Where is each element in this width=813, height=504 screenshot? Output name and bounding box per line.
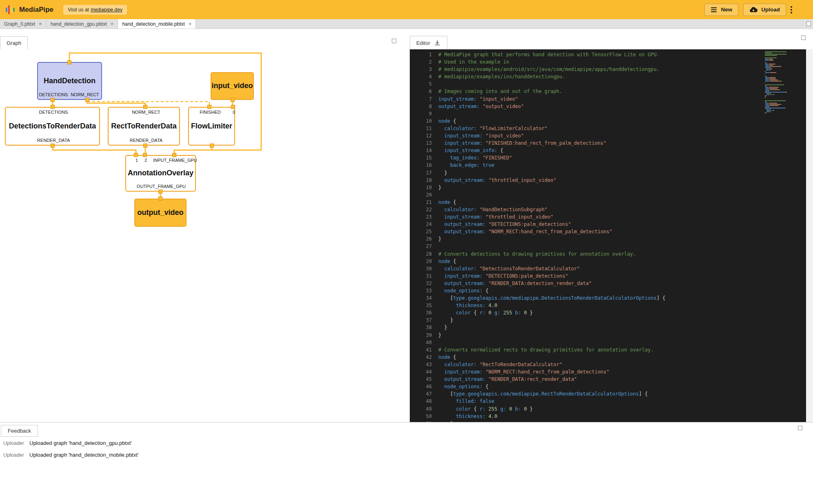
code-line[interactable]: 47 [type.googleapis.com/mediapipe.RectTo… [410, 390, 806, 398]
feedback-panel-tab[interactable]: Feedback [1, 425, 38, 437]
code-line[interactable]: 9 [410, 110, 806, 117]
editor-scrollbar-track[interactable] [806, 49, 813, 422]
file-tab[interactable]: hand_detection_mobile.pbtxt× [118, 19, 196, 29]
code-line[interactable]: 36 color { r: 0 g: 255 b: 0 } [410, 309, 806, 316]
graph-node-output-video[interactable]: output_video [134, 199, 187, 227]
code-line[interactable]: 21node { [410, 199, 806, 206]
code-line[interactable]: 44 input_stream: "NORM_RECT:hand_rect_fr… [410, 368, 806, 376]
code-line[interactable]: 43 calculator: "RectToRenderDataCalculat… [410, 361, 806, 368]
code-line[interactable]: 2# Used in the example in [410, 58, 806, 66]
code-line[interactable]: 48 filled: false [410, 398, 806, 405]
minimap-line [765, 104, 790, 105]
code-line[interactable]: 41# Converts normalized rects to drawing… [410, 346, 806, 354]
graph-canvas[interactable]: HandDetection DETECTIONS NORM_RECT input… [0, 49, 410, 422]
popout-editor-icon[interactable] [801, 35, 806, 40]
code-line[interactable]: 17 } [410, 169, 806, 177]
code-line[interactable]: 5 [410, 80, 806, 88]
code-line[interactable]: 33 node_options: { [410, 287, 806, 294]
code-line[interactable]: 24 output_stream: "DETECTIONS:palm_detec… [410, 221, 806, 228]
graph-panel-tab[interactable]: Graph [0, 36, 28, 49]
code-line[interactable]: 49 color { r: 255 g: 0 b: 0 } [410, 405, 806, 413]
code-text: filled: false [438, 398, 494, 404]
code-line[interactable]: 31 input_stream: "DETECTIONS:palm_detect… [410, 272, 806, 280]
graph-node-detections-to-render-data[interactable]: DETECTIONS DetectionsToRenderData RENDER… [5, 107, 100, 146]
code-line[interactable]: 23 input_stream: "throttled_input_video" [410, 213, 806, 221]
code-text: # Used in the example in [438, 59, 509, 65]
code-line[interactable]: 18 output_stream: "throttled_input_video… [410, 177, 806, 184]
code-editor[interactable]: 1# MediaPipe graph that performs hand de… [410, 49, 806, 422]
file-tab[interactable]: hand_detection_gpu.pbtxt× [47, 19, 118, 29]
more-options-button[interactable] [789, 4, 793, 15]
graph-node-input-video[interactable]: input_video [211, 72, 254, 100]
minimap-line [765, 92, 790, 93]
graph-node-hand-detection[interactable]: HandDetection DETECTIONS NORM_RECT [37, 62, 102, 100]
feedback-entries: UploaderUploaded graph 'hand_detection_g… [0, 437, 813, 461]
tab-close-icon[interactable]: × [189, 21, 192, 27]
code-line[interactable]: 13 input_stream: "FINISHED:hand_rect_fro… [410, 139, 806, 147]
file-tab-bar: Graph_0.pbtxt×hand_detection_gpu.pbtxt×h… [0, 19, 813, 29]
code-line[interactable]: 19} [410, 184, 806, 191]
minimap-line [765, 76, 790, 77]
line-number: 9 [410, 110, 438, 117]
graph-node-annotation-overlay[interactable]: 1 2 INPUT_FRAME_GPU AnnotationOverlay OU… [125, 155, 196, 192]
upload-button[interactable]: Upload [743, 4, 786, 16]
graph-node-rect-to-render-data[interactable]: NORM_RECT RectToRenderData RENDER_DATA [108, 107, 180, 146]
code-line[interactable]: 15 tag_index: "FINISHED" [410, 154, 806, 161]
line-number: 33 [410, 287, 438, 294]
popout-feedback-icon[interactable] [798, 426, 802, 430]
code-line[interactable]: 4# mediapipie/examples/ios/handdetection… [410, 73, 806, 80]
code-line[interactable]: 46 node_options: { [410, 383, 806, 390]
minimap[interactable] [765, 51, 790, 114]
line-number: 4 [410, 73, 438, 80]
code-line[interactable]: 16 back_edge: true [410, 161, 806, 169]
download-icon[interactable] [434, 40, 441, 46]
code-line[interactable]: 42node { [410, 354, 806, 361]
code-line[interactable]: 28# Converts detections to drawing primi… [410, 250, 806, 258]
code-text: thickness: 4.0 [438, 303, 498, 308]
code-line[interactable]: 40 [410, 339, 806, 346]
tab-close-icon[interactable]: × [111, 21, 114, 27]
code-line[interactable]: 10node { [410, 117, 806, 125]
code-line[interactable]: 34 [type.googleapis.com/mediapipe.Detect… [410, 294, 806, 302]
code-line[interactable]: 12 input_stream: "input_video" [410, 132, 806, 139]
code-line[interactable]: 50 thickness: 4.0 [410, 413, 806, 420]
code-line[interactable]: 30 calculator: "DetectionsToRenderDataCa… [410, 265, 806, 272]
code-line[interactable]: 14 input_stream_info: { [410, 147, 806, 154]
code-line[interactable]: 3# mediapipie/examples/android/src/java/… [410, 66, 806, 73]
visit-link[interactable]: mediapipe.dev [91, 7, 122, 13]
code-line[interactable]: 39} [410, 332, 806, 339]
code-text: } [438, 236, 441, 242]
code-line[interactable]: 37 } [410, 316, 806, 324]
editor-panel-tab[interactable]: Editor [410, 36, 447, 49]
port-label: RENDER_DATA [130, 138, 162, 143]
code-line[interactable]: 38 } [410, 324, 806, 331]
file-tab[interactable]: Graph_0.pbtxt× [0, 19, 47, 29]
code-line[interactable]: 35 thickness: 4.0 [410, 302, 806, 309]
code-line[interactable]: 6# Images coming into and out of the gra… [410, 88, 806, 95]
line-number: 22 [410, 206, 438, 213]
app-title: MediaPipe [19, 6, 53, 14]
graph-node-flow-limiter[interactable]: FINISHED 0 FlowLimiter [188, 107, 235, 146]
code-line[interactable]: 32 output_stream: "RENDER_DATA:detection… [410, 280, 806, 287]
code-line[interactable]: 45 output_stream: "RENDER_DATA:rect_rend… [410, 376, 806, 383]
code-line[interactable]: 1# MediaPipe graph that performs hand de… [410, 51, 806, 58]
new-button[interactable]: New [704, 4, 738, 16]
line-number: 47 [410, 390, 438, 398]
line-number: 36 [410, 309, 438, 316]
code-line[interactable]: 25 output_stream: "NORM_RECT:hand_rect_f… [410, 228, 806, 235]
code-line[interactable]: 29node { [410, 258, 806, 265]
code-line[interactable]: 8output_stream: "output_video" [410, 103, 806, 110]
code-line[interactable]: 27 [410, 243, 806, 250]
tab-close-icon[interactable]: × [39, 21, 42, 27]
code-text: output_stream: "throttled_input_video" [438, 177, 556, 183]
code-line[interactable]: 7input_stream: "input_video" [410, 95, 806, 103]
minimap-line [765, 64, 790, 64]
code-line[interactable]: 20 [410, 191, 806, 199]
maximize-panel-icon[interactable] [806, 22, 811, 26]
code-line[interactable]: 11 calculator: "FlowLimiterCalculator" [410, 125, 806, 132]
code-line[interactable]: 26} [410, 235, 806, 243]
port-label: NORM_RECT [132, 110, 160, 115]
port-label: OUTPUT_FRAME_GPU [137, 184, 186, 189]
popout-graph-icon[interactable] [392, 39, 396, 43]
code-line[interactable]: 22 calculator: "HandDetectionSubgraph" [410, 206, 806, 213]
